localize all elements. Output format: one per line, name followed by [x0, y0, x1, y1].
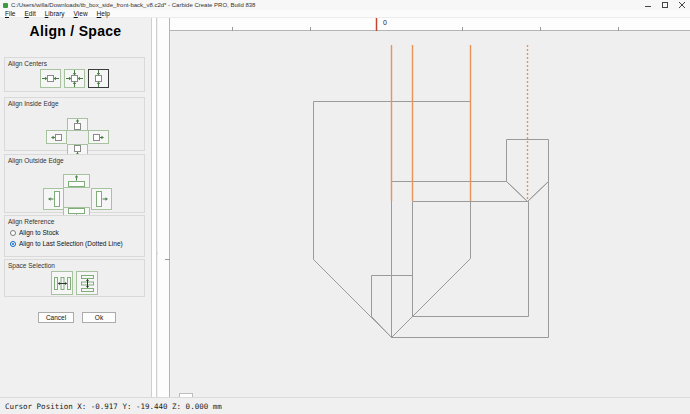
align-reference-label: Align Reference: [5, 216, 144, 225]
menu-item-edit[interactable]: Edit: [25, 10, 36, 17]
minimize-icon: [645, 2, 651, 8]
align-inside-edge-section: Align Inside Edge: [4, 97, 145, 151]
space-horizontally-button[interactable]: [51, 271, 73, 295]
cursor-position-text: Cursor Position X: -0.917 Y: -19.440 Z: …: [5, 402, 222, 411]
align-outside-buttons: [5, 164, 144, 221]
align-centers-buttons: [5, 69, 144, 88]
in-right-icon: [93, 131, 104, 144]
align-reference-options: Align to StockAlign to Last Selection (D…: [5, 229, 144, 247]
align-outside-top-button[interactable]: [63, 174, 90, 188]
align-inside-buttons: [5, 107, 144, 159]
align-centers-section: Align Centers: [4, 57, 145, 92]
menu-item-file[interactable]: File: [5, 10, 16, 17]
out-left-icon: [48, 190, 60, 208]
in-left-icon: [51, 131, 62, 144]
align-center-both-button[interactable]: [64, 69, 85, 88]
close-icon: [679, 2, 685, 8]
out-right-icon: [96, 190, 108, 208]
minimize-button[interactable]: [639, 0, 656, 10]
window-controls: [639, 0, 690, 10]
center-both-icon: [66, 70, 83, 87]
radio-label: Align to Last Selection (Dotted Line): [19, 240, 123, 247]
align-centers-label: Align Centers: [5, 58, 144, 67]
ruler-origin-label: 0: [383, 19, 387, 26]
app-icon: [3, 3, 8, 8]
space-v-icon: [79, 274, 96, 293]
align-inside-edge-label: Align Inside Edge: [5, 98, 144, 107]
align-inside-top-button[interactable]: [67, 118, 88, 131]
in-up-icon: [71, 119, 84, 130]
menu-item-view[interactable]: View: [74, 10, 88, 17]
align-inside-left-button[interactable]: [46, 130, 67, 144]
center-v-icon: [91, 70, 106, 87]
space-vertically-button[interactable]: [76, 271, 98, 295]
align-outside-left-button[interactable]: [43, 188, 64, 210]
close-button[interactable]: [673, 0, 690, 10]
panel-scrollbar[interactable]: [151, 18, 157, 397]
radio-align-to-stock[interactable]: Align to Stock: [10, 229, 144, 236]
space-selection-label: Space Selection: [5, 260, 144, 269]
menu-item-library[interactable]: Library: [45, 10, 65, 17]
align-outside-edge-section: Align Outside Edge: [4, 154, 145, 213]
align-space-panel: Align / Space Align Centers Align Inside…: [0, 18, 151, 397]
menu-item-help[interactable]: Help: [97, 10, 110, 17]
app-window: C:/Users/willa/Downloads/tb_box_side_fro…: [0, 0, 690, 414]
menu-bar: FileEditLibraryViewHelp: [0, 10, 690, 18]
status-bar: Cursor Position X: -0.917 Y: -19.440 Z: …: [0, 397, 690, 414]
panel-title: Align / Space: [0, 18, 151, 39]
ok-button[interactable]: Ok: [82, 312, 116, 323]
space-h-icon: [53, 275, 72, 292]
center-h-icon: [42, 71, 59, 86]
maximize-button[interactable]: [656, 0, 673, 10]
radio-align-to-last-selection-dotted-line[interactable]: Align to Last Selection (Dotted Line): [10, 240, 144, 247]
align-reference-section: Align Reference Align to StockAlign to L…: [4, 215, 145, 257]
align-center-vertical-button[interactable]: [88, 69, 109, 88]
title-bar: C:/Users/willa/Downloads/tb_box_side_fro…: [0, 0, 690, 10]
radio-label: Align to Stock: [19, 229, 59, 236]
window-title: C:/Users/willa/Downloads/tb_box_side_fro…: [11, 2, 255, 8]
maximize-icon: [662, 2, 668, 8]
align-center-horizontal-button[interactable]: [40, 69, 61, 88]
design-canvas[interactable]: [171, 31, 690, 396]
space-selection-buttons: [5, 271, 144, 295]
vertical-ruler: [158, 18, 170, 397]
cancel-button[interactable]: Cancel: [38, 312, 74, 323]
horizontal-ruler: [158, 18, 690, 31]
out-up-icon: [66, 175, 87, 187]
radio-button-icon: [10, 241, 16, 247]
align-inside-right-button[interactable]: [88, 130, 109, 144]
space-selection-section: Space Selection: [4, 259, 145, 297]
radio-button-icon: [10, 230, 16, 236]
align-outside-edge-label: Align Outside Edge: [5, 155, 144, 164]
align-outside-right-button[interactable]: [91, 188, 112, 210]
